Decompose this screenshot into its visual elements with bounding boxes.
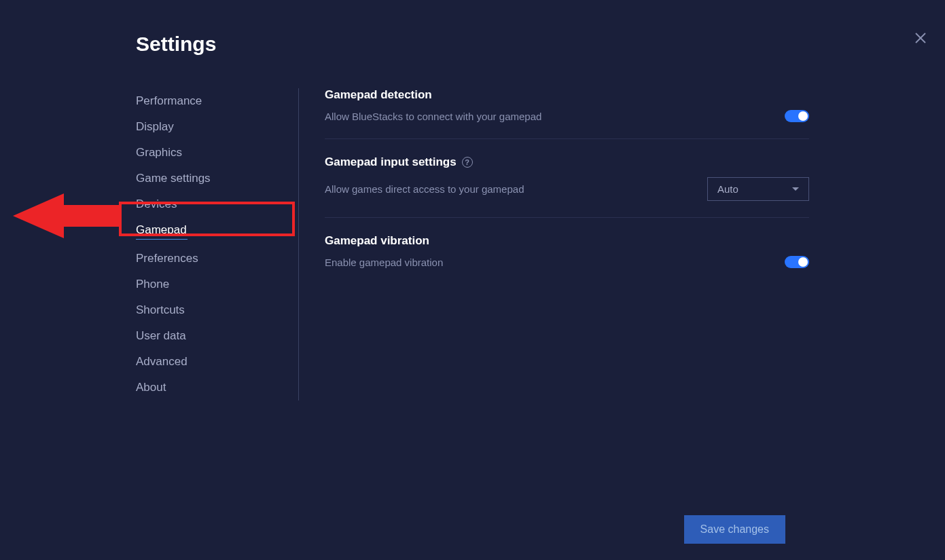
sidebar-item-phone[interactable]: Phone — [136, 272, 285, 297]
section-desc-vibration: Enable gamepad vibration — [325, 257, 443, 268]
gamepad-vibration-toggle[interactable] — [785, 256, 809, 268]
settings-sidebar: Performance Display Graphics Game settin… — [136, 88, 299, 400]
sidebar-item-user-data[interactable]: User data — [136, 323, 285, 349]
sidebar-item-preferences[interactable]: Preferences — [136, 246, 285, 272]
sidebar-item-shortcuts[interactable]: Shortcuts — [136, 297, 285, 323]
sidebar-item-advanced[interactable]: Advanced — [136, 349, 285, 375]
sidebar-item-performance[interactable]: Performance — [136, 88, 285, 114]
settings-main: Gamepad detection Allow BlueStacks to co… — [299, 88, 809, 400]
sidebar-item-devices[interactable]: Devices — [136, 191, 285, 217]
help-icon[interactable]: ? — [462, 157, 473, 168]
section-desc-detection: Allow BlueStacks to connect with your ga… — [325, 111, 541, 122]
sidebar-item-game-settings[interactable]: Game settings — [136, 166, 285, 191]
select-value: Auto — [717, 183, 738, 195]
gamepad-detection-toggle[interactable] — [785, 110, 809, 122]
sidebar-item-about[interactable]: About — [136, 375, 285, 400]
sidebar-item-gamepad[interactable]: Gamepad — [136, 217, 285, 246]
gamepad-vibration-section: Gamepad vibration Enable gamepad vibrati… — [325, 234, 809, 284]
gamepad-detection-section: Gamepad detection Allow BlueStacks to co… — [325, 88, 809, 139]
section-title-vibration: Gamepad vibration — [325, 234, 809, 248]
gamepad-input-section: Gamepad input settings ? Allow games dir… — [325, 155, 809, 218]
sidebar-item-label: Gamepad — [136, 223, 187, 236]
section-title-input: Gamepad input settings ? — [325, 155, 809, 169]
section-desc-input: Allow games direct access to your gamepa… — [325, 183, 524, 195]
sidebar-item-display[interactable]: Display — [136, 114, 285, 140]
save-changes-button[interactable]: Save changes — [684, 515, 785, 544]
page-title: Settings — [136, 33, 809, 56]
chevron-down-icon — [792, 187, 799, 191]
active-underline — [136, 239, 188, 240]
sidebar-item-graphics[interactable]: Graphics — [136, 140, 285, 166]
section-title-detection: Gamepad detection — [325, 88, 809, 102]
gamepad-input-select[interactable]: Auto — [707, 177, 809, 201]
